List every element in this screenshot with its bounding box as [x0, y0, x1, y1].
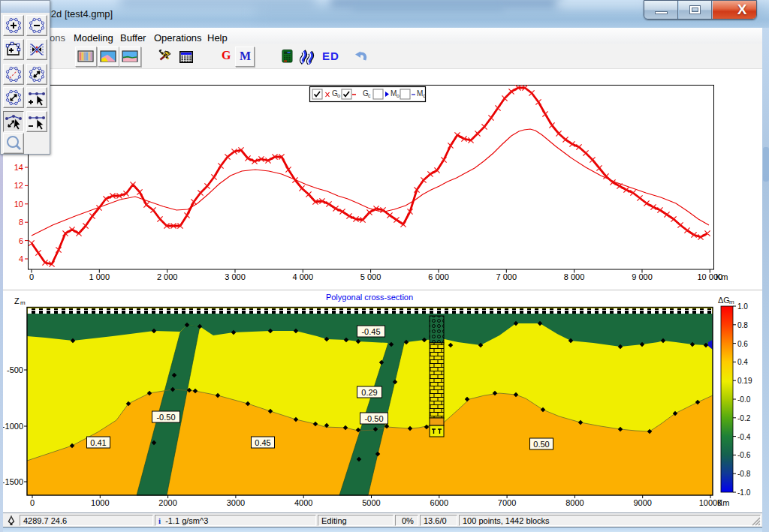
svg-text:0: 0 [29, 272, 34, 281]
svg-text:Polygonal cross-section: Polygonal cross-section [326, 293, 413, 302]
svg-text:o: o [337, 92, 340, 99]
svg-text:7000: 7000 [498, 498, 516, 507]
svg-text:-0.50: -0.50 [156, 413, 175, 422]
svg-text:-0.0: -0.0 [737, 395, 751, 404]
svg-text:0.19: 0.19 [737, 377, 752, 385]
svg-text:1 000: 1 000 [89, 272, 110, 281]
svg-text:7 000: 7 000 [496, 272, 517, 281]
svg-text:3 000: 3 000 [225, 272, 246, 281]
svg-text:-0.8: -0.8 [737, 470, 751, 478]
svg-text:0.45: 0.45 [255, 438, 270, 447]
svg-text:0.6: 0.6 [737, 340, 748, 348]
svg-text:-0.2: -0.2 [737, 414, 751, 422]
svg-text:5 000: 5 000 [360, 272, 381, 281]
svg-text:6: 6 [19, 236, 23, 245]
svg-text:4: 4 [19, 254, 23, 263]
svg-text:14: 14 [14, 163, 23, 172]
svg-text:-0.6: -0.6 [737, 451, 751, 459]
svg-text:o: o [397, 93, 400, 98]
svg-text:8 000: 8 000 [564, 272, 585, 281]
svg-text:6000: 6000 [430, 498, 448, 507]
svg-text:4 000: 4 000 [293, 272, 314, 281]
svg-text:2000: 2000 [158, 498, 176, 507]
svg-text:2 000: 2 000 [157, 272, 178, 281]
svg-text:ΔG: ΔG [718, 296, 730, 305]
svg-text:1.0: 1.0 [737, 302, 748, 311]
svg-text:5000: 5000 [362, 498, 380, 507]
svg-text:-500: -500 [7, 365, 23, 374]
svg-text:6 000: 6 000 [428, 272, 449, 281]
svg-text:-0.45: -0.45 [361, 327, 380, 336]
svg-text:8000: 8000 [565, 498, 584, 507]
svg-text:4000: 4000 [294, 498, 312, 507]
svg-text:3000: 3000 [227, 498, 245, 507]
svg-text:0.4: 0.4 [737, 358, 748, 366]
svg-text:9000: 9000 [633, 498, 651, 507]
svg-text:9 000: 9 000 [632, 272, 653, 281]
svg-text:0.8: 0.8 [737, 321, 748, 329]
svg-text:Z: Z [14, 296, 20, 305]
svg-text:Km: Km [717, 498, 730, 507]
svg-text:0.41: 0.41 [90, 438, 106, 447]
svg-text:0.29: 0.29 [361, 388, 377, 397]
svg-text:0: 0 [30, 498, 35, 507]
svg-text:1000: 1000 [91, 498, 109, 507]
svg-text:m: m [729, 299, 734, 305]
svg-text:c: c [423, 93, 426, 98]
svg-text:0.50: 0.50 [533, 440, 549, 449]
svg-text:-1.0: -1.0 [737, 488, 751, 497]
svg-text:-0.50: -0.50 [364, 414, 383, 423]
svg-text:12: 12 [14, 181, 23, 190]
svg-text:-1500: -1500 [2, 477, 23, 486]
svg-text:8: 8 [19, 218, 23, 227]
svg-text:10: 10 [14, 200, 23, 209]
svg-text:Km: Km [716, 272, 728, 281]
svg-text:m: m [20, 299, 26, 306]
svg-text:c: c [368, 93, 371, 98]
svg-text:-1000: -1000 [2, 422, 23, 431]
svg-text:-0.4: -0.4 [737, 433, 751, 441]
